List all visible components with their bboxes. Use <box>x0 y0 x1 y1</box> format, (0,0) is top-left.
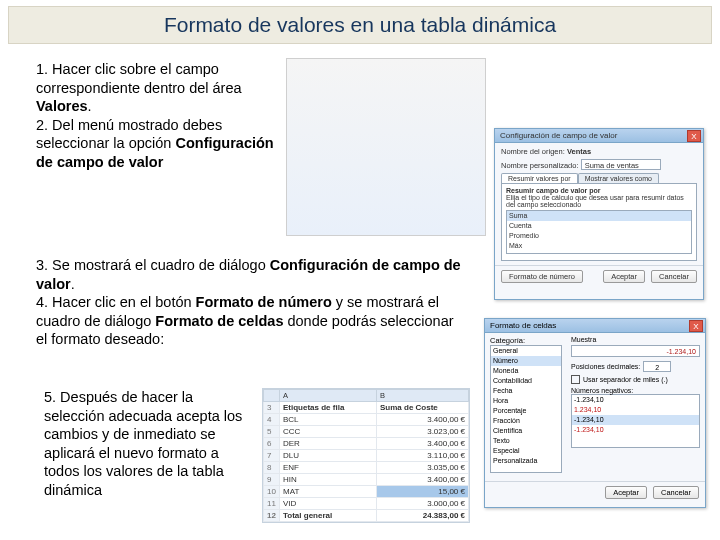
aggregate-function-list[interactable]: Suma Cuenta Promedio Máx <box>506 210 692 254</box>
col-a: A <box>280 390 377 402</box>
panel-description: Elija el tipo de cálculo que desea usar … <box>506 194 692 208</box>
tab-summarize-by[interactable]: Resumir valores por <box>501 173 578 183</box>
table-row: 7DLU3.110,00 € <box>264 450 469 462</box>
list-item[interactable]: Personalizada <box>491 456 561 466</box>
source-name-value: Ventas <box>567 147 591 156</box>
format-cells-dialog: Formato de celdas X Categoría: General N… <box>484 318 706 508</box>
list-item[interactable]: Moneda <box>491 366 561 376</box>
tab-show-values-as[interactable]: Mostrar valores como <box>578 173 659 183</box>
header-sum: Suma de Coste <box>377 402 469 414</box>
table-row: 8ENF3.035,00 € <box>264 462 469 474</box>
list-item[interactable]: Suma <box>507 211 691 221</box>
header-rowlabels: Etiquetas de fila <box>280 402 377 414</box>
col-b: B <box>377 390 469 402</box>
slide-title: Formato de valores en una tabla dinámica <box>8 6 712 44</box>
dialog-title-text: Formato de celdas <box>490 321 556 330</box>
negative-numbers-list[interactable]: -1.234,10 1.234,10 -1.234,10 -1.234,10 <box>571 394 700 448</box>
close-icon[interactable]: X <box>689 320 703 332</box>
list-item[interactable]: 1.234,10 <box>572 405 699 415</box>
dialog-title-bar: Configuración de campo de valor X <box>495 129 703 143</box>
list-item[interactable]: Texto <box>491 436 561 446</box>
sample-box: -1.234,10 <box>571 345 700 357</box>
list-item[interactable]: Científica <box>491 426 561 436</box>
p1-text-a2: . <box>88 98 92 114</box>
p1-text-a: 1. Hacer clic sobre el campo correspondi… <box>36 61 242 96</box>
source-name-label: Nombre del origen: <box>501 147 565 156</box>
custom-name-label: Nombre personalizado: <box>501 161 579 170</box>
pivot-table-preview: A B 3 Etiquetas de fila Suma de Coste 4B… <box>262 388 470 523</box>
category-label: Categoría: <box>490 336 566 345</box>
dialog-title-bar: Formato de celdas X <box>485 319 705 333</box>
p2-bold-formato-numero: Formato de número <box>196 294 332 310</box>
dialog-title-text: Configuración de campo de valor <box>500 131 617 140</box>
paragraph-2: 3. Se mostrará el cuadro de diálogo Conf… <box>36 256 466 349</box>
table-row: 10MAT15,00 € <box>264 486 469 498</box>
table-row: 11VID3.000,00 € <box>264 498 469 510</box>
list-item[interactable]: Porcentaje <box>491 406 561 416</box>
table-row: 12Total general24.383,00 € <box>264 510 469 522</box>
cancel-button[interactable]: Cancelar <box>651 270 697 283</box>
decimals-label: Posiciones decimales: <box>571 363 640 370</box>
panel-heading: Resumir campo de valor por <box>506 187 601 194</box>
table-row: 5CCC3.023,00 € <box>264 426 469 438</box>
list-item[interactable]: Máx <box>507 241 691 251</box>
p1-bold-valores: Valores <box>36 98 88 114</box>
value-field-settings-dialog: Configuración de campo de valor X Nombre… <box>494 128 704 300</box>
table-row: 6DER3.400,00 € <box>264 438 469 450</box>
number-format-button[interactable]: Formato de número <box>501 270 583 283</box>
custom-name-input[interactable]: Suma de ventas <box>581 159 661 170</box>
rownum: 3 <box>264 402 280 414</box>
paragraph-3: 5. Después de hacer la selección adecuad… <box>44 388 254 499</box>
p2-text-b: 4. Hacer clic en el botón <box>36 294 196 310</box>
close-icon[interactable]: X <box>687 130 701 142</box>
list-item[interactable]: -1.234,10 <box>572 425 699 435</box>
list-item[interactable]: Hora <box>491 396 561 406</box>
p2-bold-formato-celdas: Formato de celdas <box>155 313 283 329</box>
list-item[interactable]: Cuenta <box>507 221 691 231</box>
p2-text-a2: . <box>71 276 75 292</box>
summarize-panel: Resumir campo de valor por Elija el tipo… <box>501 183 697 261</box>
paragraph-1: 1. Hacer clic sobre el campo correspondi… <box>36 60 286 171</box>
list-item[interactable]: Número <box>491 356 561 366</box>
decimals-stepper[interactable]: 2 <box>643 361 671 372</box>
table-row: 4BCL3.400,00 € <box>264 414 469 426</box>
list-item[interactable]: Especial <box>491 446 561 456</box>
list-item[interactable]: Fecha <box>491 386 561 396</box>
negative-numbers-label: Números negativos: <box>571 387 700 394</box>
cancel-button[interactable]: Cancelar <box>653 486 699 499</box>
list-item[interactable]: -1.234,10 <box>572 395 699 405</box>
list-item[interactable]: General <box>491 346 561 356</box>
p2-text-a: 3. Se mostrará el cuadro de diálogo <box>36 257 270 273</box>
col-rownum <box>264 390 280 402</box>
list-item[interactable]: Fracción <box>491 416 561 426</box>
list-item[interactable]: -1.234,10 <box>572 415 699 425</box>
ok-button[interactable]: Aceptar <box>603 270 645 283</box>
checkbox-icon[interactable] <box>571 375 580 384</box>
excel-screenshot-image <box>286 58 486 236</box>
category-list[interactable]: General Número Moneda Contabilidad Fecha… <box>490 345 562 473</box>
list-item[interactable]: Contabilidad <box>491 376 561 386</box>
thousands-separator-label: Usar separador de miles (.) <box>583 376 668 383</box>
ok-button[interactable]: Aceptar <box>605 486 647 499</box>
sample-label: Muestra <box>571 336 700 343</box>
table-row: 9HIN3.400,00 € <box>264 474 469 486</box>
list-item[interactable]: Promedio <box>507 231 691 241</box>
